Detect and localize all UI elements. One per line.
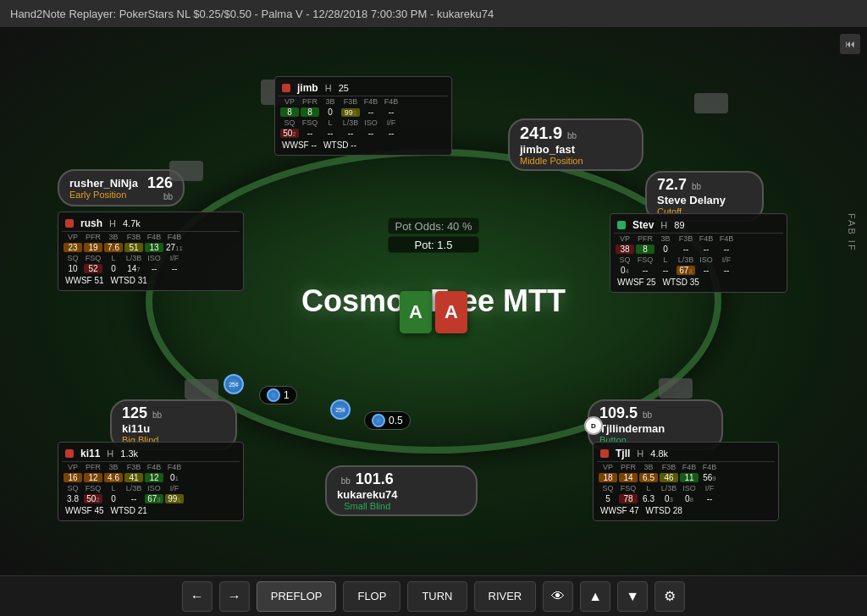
bl-name: ki11u bbox=[122, 422, 162, 435]
top-right-bb: bb bbox=[567, 131, 577, 140]
hero-name: kukareku74 bbox=[337, 488, 398, 501]
right-vp: 38 bbox=[616, 245, 634, 254]
center-chip: 0.5 bbox=[364, 411, 411, 430]
pot-value: Pot: 1.5 bbox=[388, 237, 478, 253]
hero-card-2: A bbox=[435, 291, 467, 333]
br-wwsf-row: WWSF 47 WTSD 28 bbox=[597, 504, 775, 517]
table-area: ⏮ Cosmos Free MTT Pot Odds: 40 % Pot: 1.… bbox=[0, 27, 867, 575]
right-name: Steve Delany bbox=[657, 194, 726, 206]
right-player-name: Stev bbox=[632, 219, 654, 231]
preflop-button[interactable]: PREFLOP bbox=[257, 581, 337, 612]
left-wwsf-row: WWSF 51 WTSD 31 bbox=[62, 274, 240, 287]
hero-stack: 101.6 bbox=[356, 470, 394, 488]
chip-icon-center: 25¢ bbox=[330, 399, 351, 420]
top-f4b: -- bbox=[362, 107, 380, 117]
eye-button[interactable]: 👁 bbox=[543, 581, 573, 612]
right-hand-type: H bbox=[660, 220, 667, 230]
fab-if-label: FAB IF bbox=[847, 213, 857, 252]
title-bar: Hand2Note Replayer: PokerStars NL $0.25/… bbox=[0, 0, 867, 27]
bottom-right-name: Tjllinderman bbox=[599, 422, 665, 435]
top-hand-type: H bbox=[325, 83, 332, 93]
back-button[interactable]: ← bbox=[182, 581, 213, 612]
br-player-name: Tjll bbox=[616, 448, 630, 459]
right-stack: 72.7 bbox=[657, 176, 687, 194]
top-right-position: Middle Position bbox=[520, 156, 583, 166]
top-player-stats: jimb H 25 VP PFR 3B F3B F4B F4B 8 8 0 99… bbox=[274, 76, 452, 156]
top-right-bubble: 241.9 bb jimbo_fast Middle Position bbox=[508, 118, 643, 171]
top-indicator bbox=[282, 84, 290, 92]
chip-icon-top: 25¢ bbox=[224, 374, 244, 394]
bottom-right-cards bbox=[659, 378, 693, 399]
bottom-navigation: ← → PREFLOP FLOP TURN RIVER 👁 ▲ ▼ ⚙ bbox=[0, 575, 867, 616]
hero-cards: A A bbox=[400, 291, 467, 333]
dealer-button: D bbox=[584, 416, 603, 435]
bl-stack: 125 bbox=[122, 404, 147, 422]
right-3b: 0 bbox=[656, 245, 675, 254]
top-vp: 8 bbox=[280, 107, 299, 117]
br-indicator bbox=[600, 449, 609, 458]
right-wwsf-row: WWSF 25 WTSD 35 bbox=[614, 276, 783, 289]
hero-position: Small Blind bbox=[344, 501, 390, 511]
left-position: Early Position bbox=[69, 190, 138, 200]
bl-cards bbox=[185, 379, 218, 399]
title-text: Hand2Note Replayer: PokerStars NL $0.25/… bbox=[10, 8, 494, 20]
settings-icon: ⚙ bbox=[664, 588, 676, 604]
right-bb: bb bbox=[692, 182, 701, 191]
left-stats: rush H 4.7k VP PFR 3B F3B F4B F4B 23 19 … bbox=[58, 212, 244, 291]
pot-odds: Pot Odds: 40 % Pot: 1.5 bbox=[388, 218, 478, 253]
hero-card-1: A bbox=[400, 291, 432, 333]
top-fsq: -- bbox=[301, 129, 319, 138]
left-cards bbox=[169, 161, 203, 181]
hero-bubble: bb 101.6 kukareku74 Small Blind bbox=[325, 465, 478, 516]
bottom-right-stats: Tjll H 4.8k VP PFR 3B F3B F4B F4B 18 14 … bbox=[593, 442, 779, 521]
top-f3b: 991 bbox=[341, 108, 360, 117]
flop-button[interactable]: FLOP bbox=[343, 581, 400, 612]
bottom-right-stack: 109.5 bbox=[599, 404, 638, 422]
up-icon: ▲ bbox=[588, 589, 602, 604]
top-player-name: jimb bbox=[297, 82, 318, 94]
top-3b: 0 bbox=[321, 107, 340, 117]
left-name: rusher_NiNja bbox=[69, 177, 138, 190]
replay-icon[interactable]: ⏮ bbox=[840, 34, 860, 54]
top-right-cards bbox=[694, 93, 728, 113]
turn-button[interactable]: TURN bbox=[407, 581, 467, 612]
top-right-name: jimbo_fast bbox=[520, 143, 575, 156]
forward-button[interactable]: → bbox=[219, 581, 250, 612]
up-button[interactable]: ▲ bbox=[580, 581, 610, 612]
eye-icon: 👁 bbox=[551, 589, 565, 604]
bottom-left-stats: ki11 H 1.3k VP PFR 3B F3B F4B F4B 16 12 … bbox=[58, 442, 244, 521]
top-hand-count: 25 bbox=[339, 83, 349, 93]
top-sq: 502 bbox=[280, 129, 299, 138]
bottom-right-bb: bb bbox=[643, 410, 652, 420]
right-indicator bbox=[617, 221, 626, 229]
right-player-stats: Stev H 89 VP PFR 3B F3B F4B F4B 38 8 0 -… bbox=[610, 213, 787, 293]
left-chip: 1 bbox=[259, 386, 297, 404]
down-icon: ▼ bbox=[626, 589, 639, 604]
top-right-stack: 241.9 bbox=[520, 124, 562, 143]
left-bubble: rusher_NiNja Early Position 126 bb bbox=[58, 169, 185, 206]
top-wwsf-row: WWSF -- WTSD -- bbox=[279, 139, 448, 151]
top-pfr: 8 bbox=[301, 107, 319, 117]
pot-odds-text: Pot Odds: 40 % bbox=[388, 218, 478, 234]
settings-button[interactable]: ⚙ bbox=[654, 581, 685, 612]
river-button[interactable]: RIVER bbox=[474, 581, 537, 612]
bl-wwsf-row: WWSF 45 WTSD 21 bbox=[62, 504, 240, 517]
right-hand-count: 89 bbox=[674, 220, 684, 230]
down-button[interactable]: ▼ bbox=[617, 581, 648, 612]
top-f4b2: -- bbox=[382, 107, 400, 117]
right-pfr: 8 bbox=[636, 245, 654, 254]
